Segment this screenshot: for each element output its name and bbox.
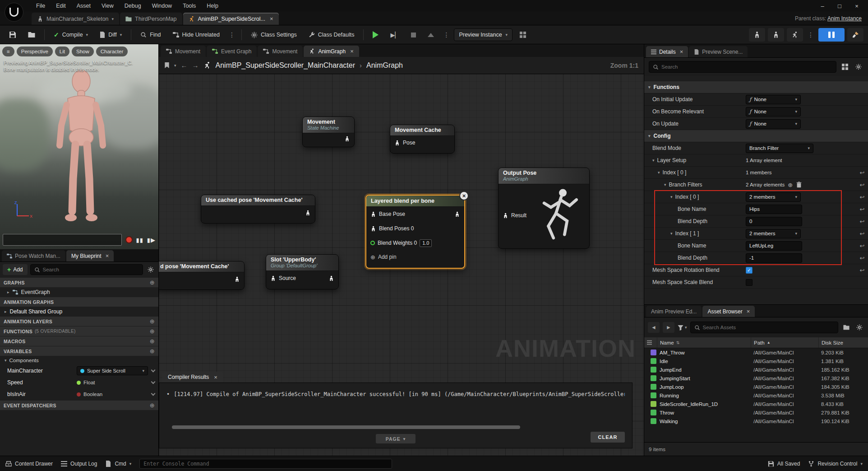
pose-output-pin[interactable] xyxy=(454,211,460,217)
frame-skip-button[interactable]: ▶▏ xyxy=(386,28,404,42)
nav-forward-icon[interactable]: → xyxy=(192,61,199,69)
bone-name-input[interactable]: Hips xyxy=(746,205,802,214)
tab-pose-watch[interactable]: Pose Watch Man... xyxy=(2,250,65,261)
column-icon[interactable] xyxy=(644,337,657,348)
physics-mode-button[interactable] xyxy=(847,28,863,42)
index1-members-dropdown[interactable]: 2 members▾ xyxy=(746,229,801,238)
base-pose-input-pin[interactable] xyxy=(370,211,376,217)
asset-row-idle[interactable]: Idle/All/Game/MainCl1.381 KiB xyxy=(644,357,868,365)
reset-icon[interactable]: ↩ xyxy=(860,194,865,201)
doc-tab-map[interactable]: ThirdPersonMap xyxy=(120,13,182,25)
node-use-cached-pose[interactable]: Use cached pose 'Movement Cache' xyxy=(201,195,315,224)
compiler-message[interactable]: •[1214.97] Compile of AnimBP_SuperSideSc… xyxy=(166,391,625,397)
pose-input-pin[interactable] xyxy=(394,140,400,146)
content-drawer-button[interactable]: Content Drawer xyxy=(5,461,53,467)
notify-field[interactable] xyxy=(3,234,122,246)
node-movement-state-machine[interactable]: MovementState Machine xyxy=(302,117,355,147)
graph-tab-event-graph[interactable]: Event Graph xyxy=(207,46,257,57)
list-item-eventgraph[interactable]: ▸EventGraph xyxy=(0,287,158,297)
menu-file[interactable]: File xyxy=(32,1,50,10)
class-settings-button[interactable]: Class Settings xyxy=(246,28,301,42)
play-button[interactable] xyxy=(368,28,383,42)
menu-debug[interactable]: Debug xyxy=(120,1,146,10)
filter-button[interactable]: ▾ xyxy=(678,325,687,331)
node-output-pose[interactable]: Output PoseAnimGraph Result xyxy=(498,168,590,249)
index0-members-dropdown[interactable]: 2 members▾ xyxy=(746,192,801,202)
class-defaults-button[interactable]: Class Defaults xyxy=(304,28,359,42)
mesh-space-scale-checkbox[interactable] xyxy=(746,279,753,286)
bone-name-input[interactable]: LeftUpLeg xyxy=(746,241,802,251)
menu-help[interactable]: Help xyxy=(202,1,223,10)
viewport-menu-button[interactable]: ≡ xyxy=(2,47,14,56)
variable-type-dropdown[interactable]: Super Side Scroll ▾ xyxy=(77,366,148,375)
menu-edit[interactable]: Edit xyxy=(51,1,70,10)
node-slot-upperbody[interactable]: Slot 'UpperBody'Group 'DefaultGroup' Sou… xyxy=(266,254,339,289)
variable-row-speed[interactable]: Speed Float xyxy=(0,377,158,388)
reset-icon[interactable]: ↩ xyxy=(860,242,865,249)
variables-section-header[interactable]: VARIABLES⊕ xyxy=(0,346,158,356)
eye-closed-icon[interactable] xyxy=(151,368,156,373)
blend-depth-input[interactable]: 0 xyxy=(746,217,802,226)
tab-compiler-results[interactable]: Compiler Results× xyxy=(162,372,223,382)
skeleton-mode-button[interactable] xyxy=(749,28,765,42)
revision-control-button[interactable]: Revision Control▾ xyxy=(808,461,863,467)
macros-section-header[interactable]: MACROS⊕ xyxy=(0,336,158,346)
settings-icon[interactable] xyxy=(854,62,863,72)
asset-row-throw[interactable]: Throw/All/Game/MainCl279.881 KiB xyxy=(644,408,868,417)
reset-icon[interactable]: ↩ xyxy=(860,230,865,237)
node-movement-cache[interactable]: Movement Cache Pose xyxy=(390,125,455,154)
asset-row-am-throw[interactable]: AM_Throw/All/Game/MainCl9.203 KiB xyxy=(644,348,868,357)
browse-button[interactable] xyxy=(23,28,40,42)
close-icon[interactable]: × xyxy=(214,374,217,381)
variable-row-maincharacter[interactable]: MainCharacter Super Side Scroll ▾ xyxy=(0,365,158,377)
mode-overflow-icon[interactable]: ⋮ xyxy=(806,31,816,38)
category-functions[interactable]: ▾Functions xyxy=(644,81,868,93)
asset-row-running[interactable]: Running/All/Game/MainCl3.538 MiB xyxy=(644,391,868,400)
play-options-icon[interactable]: ⋮ xyxy=(441,31,451,38)
blend-mode-dropdown[interactable]: Branch Filter▾ xyxy=(746,144,813,153)
folder-icon[interactable] xyxy=(841,322,851,332)
asset-row-jumploop[interactable]: JumpLoop/All/Game/MainCl184.305 KiB xyxy=(644,382,868,391)
all-saved-status[interactable]: All Saved xyxy=(768,461,800,467)
asset-row-sidescroller-idlerun[interactable]: SideScroller_IdleRun_1D/All/Game/MainCl8… xyxy=(644,400,868,408)
add-dispatcher-icon[interactable]: ⊕ xyxy=(150,402,155,409)
overflow-menu-icon[interactable]: ⋮ xyxy=(227,31,237,38)
tab-anim-preview-editor[interactable]: Anim Preview Ed... xyxy=(646,306,702,317)
find-button[interactable]: Find xyxy=(136,28,165,42)
asset-row-walking[interactable]: Walking/All/Game/MainCl190.124 KiB xyxy=(644,417,868,425)
tab-asset-browser[interactable]: Asset Browser× xyxy=(702,306,755,317)
eye-closed-icon[interactable] xyxy=(151,392,156,396)
record-button[interactable] xyxy=(125,236,133,243)
search-input[interactable] xyxy=(661,64,832,70)
close-icon[interactable]: × xyxy=(459,191,469,201)
source-input-pin[interactable] xyxy=(270,275,276,281)
hide-unrelated-button[interactable]: Hide Unrelated xyxy=(168,28,224,42)
reset-icon[interactable]: ↩ xyxy=(860,218,865,225)
horizontal-scrollbar[interactable] xyxy=(172,425,520,429)
minimize-button[interactable]: – xyxy=(815,1,830,11)
chevron-down-icon[interactable]: ▾ xyxy=(174,63,176,68)
add-macro-icon[interactable]: ⊕ xyxy=(150,338,155,345)
blend-weights-input-pin[interactable] xyxy=(370,241,375,245)
doc-tab-skeleton[interactable]: MainCharacter_Skeleton ▾ xyxy=(32,13,119,25)
add-graph-icon[interactable]: ⊕ xyxy=(150,279,155,286)
chevron-down-icon[interactable]: ▾ xyxy=(664,182,666,187)
tab-preview-scene[interactable]: Preview Scene... xyxy=(689,46,748,57)
pose-output-pin[interactable] xyxy=(234,276,240,282)
components-category[interactable]: ▾Components xyxy=(0,356,158,365)
breadcrumb-root[interactable]: AnimBP_SuperSideScroller_MainCharacter xyxy=(216,61,355,70)
nav-back-icon[interactable]: ← xyxy=(181,61,188,69)
menu-view[interactable]: View xyxy=(97,1,118,10)
nav-back-icon[interactable]: ◄ xyxy=(648,322,660,333)
close-icon[interactable]: × xyxy=(106,252,109,259)
output-log-button[interactable]: Output Log xyxy=(61,461,97,467)
add-variable-icon[interactable]: ⊕ xyxy=(150,348,155,354)
pose-output-pin[interactable] xyxy=(328,275,334,281)
expander-icon[interactable]: ▸ xyxy=(7,290,9,294)
close-icon[interactable]: × xyxy=(270,15,273,22)
maximize-button[interactable]: □ xyxy=(832,1,847,11)
reset-icon[interactable]: ↩ xyxy=(860,206,865,213)
breadcrumb-current[interactable]: AnimGraph xyxy=(366,61,403,70)
search-input[interactable] xyxy=(43,267,139,272)
close-icon[interactable]: × xyxy=(350,48,354,55)
